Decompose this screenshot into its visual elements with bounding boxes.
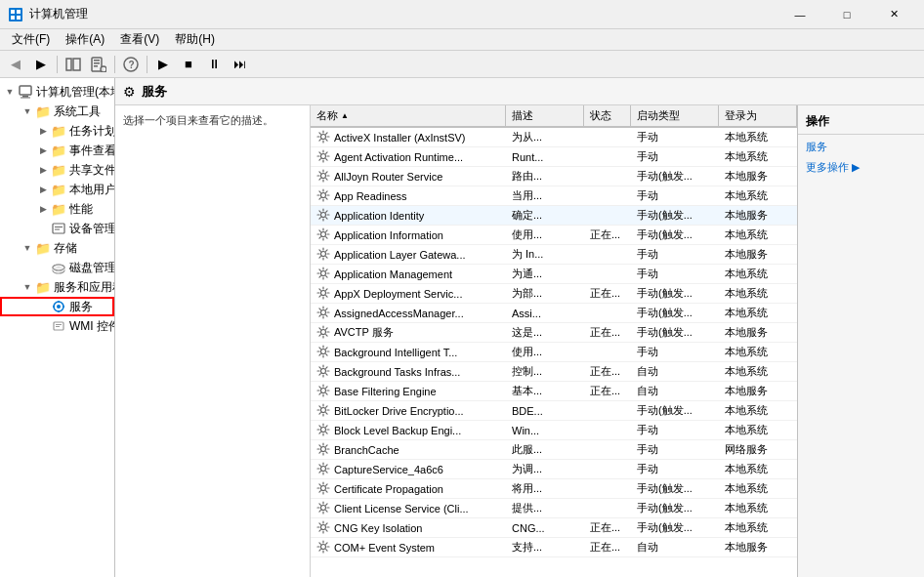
service-status	[584, 215, 631, 217]
service-row[interactable]: Block Level Backup Engi... Win... 手动 本地系…	[311, 421, 797, 440]
service-row[interactable]: ActiveX Installer (AxInstSV) 为从... 手动 本地…	[311, 128, 797, 147]
device-manager-label: 设备管理器	[69, 221, 115, 237]
tree-device-manager[interactable]: 设备管理器	[0, 219, 114, 238]
action-more-sub: 更多操作 ▶	[806, 160, 860, 175]
menu-action[interactable]: 操作(A)	[58, 29, 112, 50]
service-row[interactable]: Background Intelligent T... 使用... 手动 本地系…	[311, 343, 797, 362]
col-header-login[interactable]: 登录为	[719, 105, 797, 126]
service-name: CNG Key Isolation	[311, 519, 506, 537]
maximize-button[interactable]: □	[824, 0, 869, 29]
tree-services-apps[interactable]: ▼ 📁 服务和应用程序	[0, 277, 114, 297]
action-services-label: 服务	[806, 140, 827, 154]
service-row[interactable]: Client License Service (Cli... 提供... 手动(…	[311, 499, 797, 518]
help-button[interactable]: ?	[119, 54, 143, 75]
service-list[interactable]: 名称 ▲ 描述 状态 启动类型 登录为	[311, 105, 797, 577]
properties-button[interactable]: i	[87, 54, 110, 75]
service-desc: 这是...	[506, 324, 584, 341]
tree-storage[interactable]: ▼ 📁 存储	[0, 238, 114, 258]
tree-wmi[interactable]: WMI 控件	[0, 316, 114, 336]
svg-point-38	[321, 212, 326, 217]
col-header-name[interactable]: 名称 ▲	[311, 105, 506, 126]
root-label: 计算机管理(本地)	[36, 84, 115, 101]
service-row[interactable]: COM+ Event System 支持... 正在... 自动 本地服务	[311, 538, 797, 557]
action-more[interactable]: 更多操作 ▶	[798, 157, 924, 178]
service-startup: 手动(触发...	[631, 402, 719, 419]
menu-view[interactable]: 查看(V)	[112, 29, 167, 50]
service-row[interactable]: CaptureService_4a6c6 为调... 手动 本地系统	[311, 460, 797, 479]
expand-event-viewer: ▶	[35, 143, 51, 158]
minimize-button[interactable]: —	[777, 0, 822, 29]
service-row[interactable]: Application Identity 确定... 手动(触发... 本地服务	[311, 206, 797, 226]
service-row[interactable]: Application Information 使用... 正在... 手动(触…	[311, 226, 797, 245]
service-startup: 手动(触发...	[631, 500, 719, 516]
description-panel: 选择一个项目来查看它的描述。	[115, 105, 311, 577]
svg-point-40	[321, 251, 326, 256]
service-startup: 手动(触发...	[631, 480, 719, 497]
service-row[interactable]: AppX Deployment Servic... 为部... 正在... 手动…	[311, 284, 797, 304]
service-row[interactable]: Application Layer Gatewa... 为 In... 手动 本…	[311, 245, 797, 265]
service-login: 本地服务	[719, 539, 797, 556]
service-row[interactable]: Base Filtering Engine 基本... 正在... 自动 本地服…	[311, 382, 797, 401]
svg-rect-8	[94, 60, 100, 62]
service-desc: Win...	[506, 424, 584, 437]
folder-icon-event: 📁	[51, 143, 66, 158]
menu-help[interactable]: 帮助(H)	[167, 29, 223, 50]
service-row[interactable]: Agent Activation Runtime... Runt... 手动 本…	[311, 147, 797, 167]
action-services[interactable]: 服务	[798, 137, 924, 157]
show-hide-tree-button[interactable]	[62, 54, 85, 75]
service-login: 本地系统	[719, 480, 797, 497]
tree-root-item[interactable]: ▼ 计算机管理(本地)	[0, 82, 114, 102]
service-row[interactable]: App Readiness 当用... 手动 本地系统	[311, 186, 797, 206]
svg-rect-18	[53, 224, 64, 233]
service-desc: 当用...	[506, 187, 584, 204]
service-row[interactable]: BitLocker Drive Encryptio... BDE... 手动(触…	[311, 401, 797, 421]
tree-performance[interactable]: ▶ 📁 性能	[0, 199, 114, 219]
pause-button[interactable]: ⏸	[202, 54, 226, 75]
service-desc: CNG...	[506, 521, 584, 535]
service-status: 正在...	[584, 519, 631, 536]
tree-disk-mgmt[interactable]: 磁盘管理	[0, 258, 114, 277]
back-button[interactable]: ◀	[4, 54, 27, 75]
toolbar-separator-1	[57, 56, 58, 73]
service-name: App Readiness	[311, 187, 506, 205]
run-button[interactable]: ▶	[151, 54, 175, 75]
col-header-status[interactable]: 状态	[584, 105, 631, 126]
service-login: 本地服务	[719, 246, 797, 263]
service-desc: 使用...	[506, 227, 584, 243]
tree-system-tools[interactable]: ▼ 📁 系统工具	[0, 102, 114, 121]
service-row[interactable]: Application Management 为通... 手动 本地系统	[311, 265, 797, 284]
menu-file[interactable]: 文件(F)	[4, 29, 58, 50]
service-row[interactable]: AVCTP 服务 这是... 正在... 手动(触发... 本地服务	[311, 323, 797, 343]
tree-task-scheduler[interactable]: ▶ 📁 任务计划程序	[0, 121, 114, 141]
col-header-startup[interactable]: 启动类型	[631, 105, 719, 126]
svg-rect-4	[17, 16, 21, 20]
service-row[interactable]: CNG Key Isolation CNG... 正在... 手动(触发... …	[311, 518, 797, 538]
svg-rect-32	[56, 324, 62, 325]
tree-event-viewer[interactable]: ▶ 📁 事件查看器	[0, 141, 114, 160]
stop-button[interactable]: ■	[177, 54, 200, 75]
service-row[interactable]: Background Tasks Infras... 控制... 正在... 自…	[311, 362, 797, 382]
service-row[interactable]: AllJoyn Router Service 路由... 手动(触发... 本地…	[311, 167, 797, 186]
tree-shared-folders[interactable]: ▶ 📁 共享文件夹	[0, 160, 114, 180]
service-login: 本地系统	[719, 402, 797, 419]
service-name: AVCTP 服务	[311, 324, 506, 342]
tree-local-users[interactable]: ▶ 📁 本地用户和组	[0, 180, 114, 199]
svg-rect-19	[55, 227, 63, 227]
expand-services-apps: ▼	[20, 279, 35, 295]
forward-button[interactable]: ▶	[29, 54, 53, 75]
service-row[interactable]: Certificate Propagation 将用... 手动(触发... 本…	[311, 479, 797, 499]
svg-rect-16	[22, 96, 28, 98]
folder-icon-performance: 📁	[51, 201, 66, 217]
service-startup: 自动	[631, 383, 719, 399]
service-status	[584, 351, 631, 353]
svg-point-51	[321, 466, 326, 471]
service-row[interactable]: AssignedAccessManager... Assi... 手动(触发..…	[311, 304, 797, 323]
col-header-desc[interactable]: 描述	[506, 105, 584, 126]
svg-point-34	[321, 134, 326, 139]
resume-button[interactable]: ⏭	[228, 54, 251, 75]
service-status: 正在...	[584, 227, 631, 243]
tree-services[interactable]: 服务	[0, 297, 114, 316]
service-row[interactable]: BranchCache 此服... 手动 网络服务	[311, 440, 797, 460]
svg-point-44	[321, 329, 326, 334]
close-button[interactable]: ✕	[871, 0, 916, 29]
